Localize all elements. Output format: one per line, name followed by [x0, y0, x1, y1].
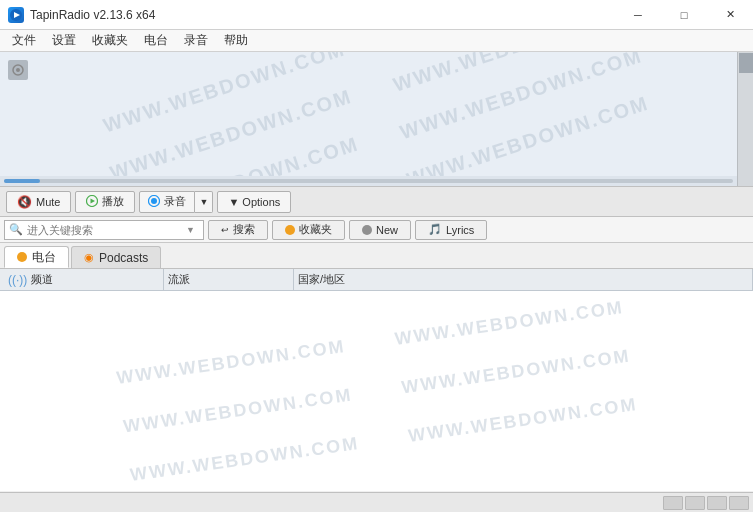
podcasts-tab-label: Podcasts [99, 251, 148, 265]
options-label: Options [242, 196, 280, 208]
menu-help[interactable]: 帮助 [216, 30, 256, 51]
lyrics-label: Lyrics [446, 224, 474, 236]
menu-bookmarks[interactable]: 收藏夹 [84, 30, 136, 51]
col-header-genre: 流派 [164, 269, 294, 290]
bookmark-button[interactable]: 收藏夹 [272, 220, 345, 240]
title-bar: TapinRadio v2.13.6 x64 ─ □ ✕ [0, 0, 753, 30]
title-bar-controls: ─ □ ✕ [615, 0, 753, 30]
options-chevron-icon: ▼ [228, 196, 239, 208]
options-button[interactable]: ▼ Options [217, 191, 291, 213]
search-btn-icon: ↩ [221, 225, 229, 235]
maximize-button[interactable]: □ [661, 0, 707, 30]
col-genre-label: 流派 [168, 272, 190, 287]
bookmark-icon [285, 225, 295, 235]
play-button[interactable]: 播放 [75, 191, 135, 213]
tab-podcasts[interactable]: ◉ Podcasts [71, 246, 161, 268]
mute-button[interactable]: 🔇 Mute [6, 191, 71, 213]
record-button[interactable]: 录音 [139, 191, 195, 213]
status-bar [0, 492, 753, 512]
svg-point-3 [16, 68, 20, 72]
table-header: ((·)) 频道 流派 国家/地区 [0, 269, 753, 291]
progress-track[interactable] [4, 179, 733, 183]
table-body[interactable]: WWW.WEBDOWN.COM WWW.WEBDOWN.COM WWW.WEBD… [0, 291, 753, 491]
status-piece-3 [707, 496, 727, 510]
new-icon [362, 225, 372, 235]
col-header-country: 国家/地区 [294, 269, 753, 290]
menu-settings[interactable]: 设置 [44, 30, 84, 51]
search-input-wrap: 🔍 ▼ [4, 220, 204, 240]
minimize-button[interactable]: ─ [615, 0, 661, 30]
search-btn-label: 搜索 [233, 222, 255, 237]
lyrics-button[interactable]: 🎵 Lyrics [415, 220, 487, 240]
menu-record[interactable]: 录音 [176, 30, 216, 51]
col-channel-label: 频道 [31, 272, 53, 287]
new-label: New [376, 224, 398, 236]
status-piece-1 [663, 496, 683, 510]
status-piece-2 [685, 496, 705, 510]
menu-file[interactable]: 文件 [4, 30, 44, 51]
play-icon [86, 195, 98, 209]
mute-label: Mute [36, 196, 60, 208]
search-button[interactable]: ↩ 搜索 [208, 220, 268, 240]
col-header-channel: ((·)) 频道 [4, 269, 164, 290]
record-icon [148, 195, 160, 209]
record-dropdown-arrow[interactable]: ▼ [195, 191, 213, 213]
player-content: WWW.WEBDOWN.COM WWW.WEBDOWN.COM WWW.WEBD… [0, 52, 753, 176]
progress-fill [4, 179, 40, 183]
tab-station[interactable]: 电台 [4, 246, 69, 268]
table-area: ((·)) 频道 流派 国家/地区 WWW.WEBDOWN.COM WWW.WE… [0, 269, 753, 491]
menu-bar: 文件 设置 收藏夹 电台 录音 帮助 [0, 30, 753, 52]
record-label: 录音 [164, 194, 186, 209]
play-label: 播放 [102, 194, 124, 209]
col-country-label: 国家/地区 [298, 272, 345, 287]
controls-bar: 🔇 Mute 播放 录音 ▼ ▼ Options [0, 187, 753, 217]
search-dropdown-icon[interactable]: ▼ [186, 225, 195, 235]
mute-icon: 🔇 [17, 195, 32, 209]
channel-col-icon: ((·)) [8, 273, 27, 287]
title-bar-left: TapinRadio v2.13.6 x64 [8, 7, 155, 23]
watermark: WWW.WEBDOWN.COM WWW.WEBDOWN.COM WWW.WEBD… [0, 52, 753, 176]
close-button[interactable]: ✕ [707, 0, 753, 30]
bookmark-label: 收藏夹 [299, 222, 332, 237]
search-input[interactable] [27, 224, 182, 236]
new-button[interactable]: New [349, 220, 411, 240]
player-scrollbar[interactable] [737, 52, 753, 186]
player-progress-row [0, 176, 753, 186]
station-tab-label: 电台 [32, 249, 56, 266]
album-art [8, 60, 28, 80]
tabs-row: 电台 ◉ Podcasts [0, 243, 753, 269]
status-piece-4 [729, 496, 749, 510]
app-icon [8, 7, 24, 23]
record-group: 录音 ▼ [139, 191, 213, 213]
svg-marker-5 [91, 198, 96, 203]
search-icon: 🔍 [9, 223, 23, 236]
podcasts-tab-icon: ◉ [84, 251, 94, 264]
lyrics-icon: 🎵 [428, 223, 442, 236]
menu-station[interactable]: 电台 [136, 30, 176, 51]
svg-point-7 [151, 198, 157, 204]
station-tab-icon [17, 252, 27, 262]
player-scrollbar-thumb [739, 53, 753, 73]
player-area: WWW.WEBDOWN.COM WWW.WEBDOWN.COM WWW.WEBD… [0, 52, 753, 187]
app-title: TapinRadio v2.13.6 x64 [30, 8, 155, 22]
search-bar: 🔍 ▼ ↩ 搜索 收藏夹 New 🎵 Lyrics [0, 217, 753, 243]
